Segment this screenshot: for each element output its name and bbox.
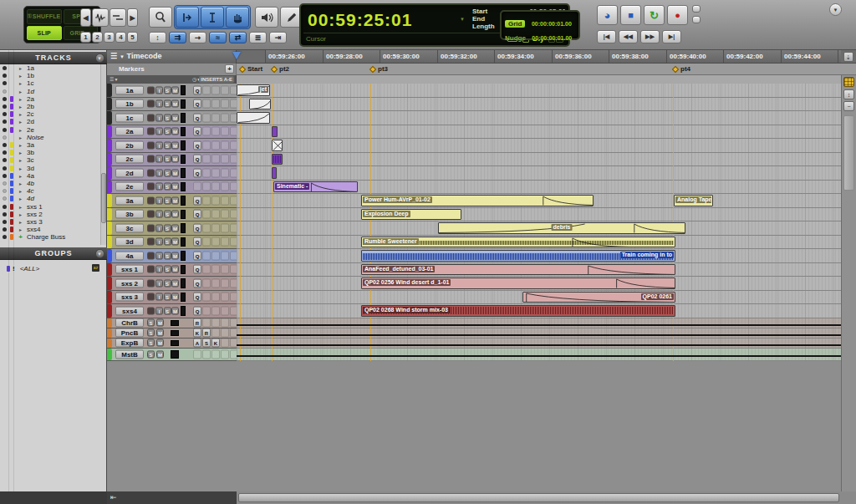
solo-button[interactable]: S [164, 128, 171, 135]
record-enable-button[interactable] [147, 100, 155, 108]
track-lane-ExpB[interactable] [237, 339, 841, 349]
insert-slot-empty[interactable] [211, 182, 220, 191]
audio-clip[interactable]: Sinematic - [273, 181, 358, 193]
mute-button[interactable]: M [171, 224, 179, 232]
ruler-tick[interactable]: 00:59:30:00 [380, 50, 437, 63]
grid-value[interactable]: 00:00:00:01.00 [532, 21, 572, 27]
groups-panel-header[interactable]: GROUPS▼ [0, 247, 107, 260]
sidebar-track-item[interactable]: ▸sxs 2 [0, 211, 107, 218]
insert-slot-empty[interactable] [221, 182, 229, 191]
input-monitor-button[interactable]: I [155, 169, 163, 176]
input-monitor-button[interactable]: I [155, 307, 163, 314]
track-lane-3a[interactable]: Power Hum-AVrP_01-02Analog Tape [237, 194, 841, 208]
timeline-marker[interactable]: Start [240, 65, 262, 73]
insert-slot-empty[interactable] [211, 318, 220, 328]
insert-slot-empty[interactable] [230, 318, 237, 328]
insert-slot[interactable]: Q [193, 155, 201, 164]
track-lane-1a[interactable]: jet [237, 84, 841, 98]
track-header-1b[interactable]: 1bISMQ [107, 98, 237, 112]
mute-button[interactable]: M [171, 266, 179, 273]
input-monitor-button[interactable]: I [155, 114, 163, 121]
insert-slot-empty[interactable] [221, 251, 229, 260]
volume-automation-line[interactable] [237, 355, 841, 357]
insert-slot-empty[interactable] [230, 99, 237, 109]
track-color-tab[interactable] [107, 263, 112, 277]
track-lane-4a[interactable]: Train coming in to [237, 249, 841, 263]
mute-button[interactable]: M [171, 238, 179, 246]
insert-slot-empty[interactable] [221, 210, 229, 219]
insert-slot-empty[interactable] [230, 306, 237, 315]
mirror-midi-button[interactable]: ⇢ [189, 32, 206, 43]
solo-button[interactable]: S [164, 141, 171, 149]
insert-slot-empty[interactable] [221, 113, 229, 122]
track-item-name[interactable]: 3b [27, 149, 34, 156]
track-header-4a[interactable]: 4aISMQ [107, 249, 237, 263]
audio-clip[interactable] [272, 140, 283, 151]
insert-slot[interactable]: A [193, 339, 201, 348]
track-name[interactable]: sxs4 [115, 306, 144, 315]
audio-clip[interactable]: QP02 0256 Wind desert d_1-01 [361, 277, 675, 289]
mute-button[interactable]: M [171, 307, 179, 314]
audio-clip[interactable] [249, 99, 271, 110]
insert-slot-empty[interactable] [202, 306, 211, 315]
chevron-down-icon[interactable]: ▼ [460, 17, 465, 22]
group-item-name[interactable]: <ALL> [20, 265, 40, 272]
solo-button[interactable]: S [164, 211, 171, 218]
track-name[interactable]: 2a [115, 127, 144, 136]
track-show-dot[interactable] [3, 220, 7, 224]
track-color-tab[interactable] [107, 221, 112, 235]
mute-button[interactable]: M [171, 211, 179, 218]
track-show-dot[interactable] [3, 150, 7, 155]
audio-clip[interactable]: Train coming in to [361, 250, 675, 262]
track-show-dot[interactable] [3, 189, 7, 193]
track-name[interactable]: 2b [115, 140, 144, 150]
audio-clip[interactable]: debris [438, 222, 685, 234]
record-enable-button[interactable] [147, 307, 155, 314]
track-name[interactable]: PncB [115, 328, 144, 338]
input-monitor-button[interactable]: I [155, 141, 163, 149]
track-show-dot[interactable] [3, 66, 7, 70]
track-item-name[interactable]: 1c [27, 79, 33, 87]
track-name[interactable]: 2d [115, 168, 144, 177]
track-show-dot[interactable] [3, 181, 7, 186]
track-lane-ChrB[interactable] [237, 318, 841, 328]
insert-slot-empty[interactable] [202, 168, 211, 177]
insert-slot-empty[interactable] [211, 127, 220, 136]
track-show-dot[interactable] [3, 89, 7, 94]
insert-slot-empty[interactable] [230, 113, 237, 122]
insert-slot-empty[interactable] [211, 328, 220, 338]
insert-slot-empty[interactable] [221, 339, 229, 348]
track-lane-2d[interactable] [237, 166, 841, 181]
input-monitor-button[interactable]: I [155, 279, 163, 287]
audio-clip[interactable]: AnaFeed_detuned_03-01 [361, 264, 675, 276]
sidebar-track-item[interactable]: ▸4d [0, 195, 107, 202]
track-color-tab[interactable] [107, 236, 112, 249]
track-header-1a[interactable]: 1aISMQ [107, 84, 237, 98]
insert-slot-empty[interactable] [202, 210, 211, 219]
track-item-name[interactable]: 3d [27, 165, 34, 172]
track-lane-sxs4[interactable]: QP02 0268 Wind storm mix-03 [237, 304, 841, 318]
solo-button[interactable]: S [164, 155, 171, 163]
rewind-button[interactable]: ◀◀ [619, 30, 638, 43]
track-lane-sxs2[interactable]: QP02 0256 Wind desert d_1-01 [237, 277, 841, 291]
track-item-name[interactable]: 4c [27, 187, 33, 195]
zoom-preset-2[interactable]: 2 [92, 32, 103, 43]
zoom-preset-1[interactable]: 1 [80, 32, 91, 43]
track-header-PncB[interactable]: PncBSMKR [107, 328, 237, 339]
record-enable-button[interactable] [147, 266, 155, 273]
sidebar-track-item[interactable]: ▸2b [0, 103, 107, 110]
nudge-value[interactable]: 00:00:00:01.00 [532, 35, 572, 41]
track-item-name[interactable]: 2d [27, 118, 34, 125]
track-lane-sxs1[interactable]: AnaFeed_detuned_03-01 [237, 263, 841, 277]
solo-button[interactable]: S [164, 86, 171, 94]
groups-menu-icon[interactable]: ▼ [95, 249, 104, 258]
insert-slot-empty[interactable] [211, 349, 220, 359]
track-show-dot[interactable] [3, 205, 7, 209]
sidebar-track-item[interactable]: ▸1a [0, 64, 107, 72]
markers-ruler[interactable]: Startpt2pt3pt4 Markers + [107, 64, 856, 75]
track-item-name[interactable]: 4a [27, 172, 34, 180]
ruler-tick[interactable]: 00:59:42:00 [723, 50, 781, 63]
insert-slot-empty[interactable] [211, 85, 220, 94]
audio-clip[interactable] [272, 126, 278, 138]
track-item-name[interactable]: 4b [27, 180, 34, 187]
